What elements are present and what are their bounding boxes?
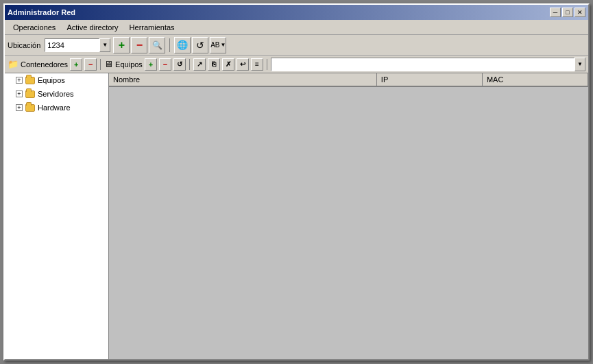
move-button[interactable]: ↗ [193, 58, 206, 71]
equipos-label: Equipos [115, 60, 143, 69]
remove-contenedor-button[interactable]: − [84, 58, 97, 71]
view-button[interactable]: ≡ [251, 58, 263, 71]
refresh-icon: ↺ [196, 40, 204, 51]
search-location-button[interactable]: 🔍 [149, 37, 165, 53]
location-dropdown-arrow[interactable]: ▼ [99, 38, 110, 52]
hardware-folder-icon [25, 102, 36, 113]
network-button[interactable]: 🌐 [174, 37, 191, 53]
title-bar: Administrador Red ─ □ ✕ [5, 5, 588, 20]
col-ip[interactable]: IP [376, 73, 482, 86]
main-window: Administrador Red ─ □ ✕ Operaciones Acti… [3, 3, 590, 361]
minimize-button[interactable]: ─ [550, 8, 561, 17]
servidores-label: Servidores [38, 90, 74, 98]
network-icon: 🌐 [177, 40, 188, 50]
sort-icon: AB▼ [210, 41, 226, 49]
col-mac[interactable]: MAC [482, 73, 588, 86]
computer-icon: 🖥 [104, 59, 113, 69]
location-combo[interactable]: ▼ [45, 38, 110, 52]
tree-item-servidores[interactable]: + Servidores [5, 87, 108, 101]
link-button[interactable]: ↩ [237, 58, 249, 71]
contenedores-label: Contenedores [21, 60, 68, 69]
action-buttons: 🌐 ↺ AB▼ [174, 37, 226, 53]
data-table: Nombre IP MAC [109, 73, 588, 87]
search-icon: 🔍 [152, 40, 162, 50]
copy-button[interactable]: ⎘ [208, 58, 220, 71]
menu-operaciones[interactable]: Operaciones [8, 22, 61, 33]
menu-active-directory[interactable]: Active directory [61, 22, 123, 33]
remove-location-button[interactable]: − [131, 37, 147, 53]
hardware-expander[interactable]: + [16, 104, 23, 111]
secondary-toolbar: 📁 Contenedores + − 🖥 Equipos + − ↺ ↗ ⎘ ✗… [5, 56, 588, 73]
add-contenedor-button[interactable]: + [70, 58, 82, 71]
main-content: + Equipos + Servidores + Hardware [5, 73, 588, 359]
window-title: Administrador Red [8, 8, 75, 16]
toolbar2-sep2 [189, 59, 190, 70]
refresh-equipo-button[interactable]: ↺ [173, 58, 186, 71]
search-dropdown-arrow[interactable]: ▼ [574, 58, 585, 71]
table-panel: Nombre IP MAC [109, 73, 588, 359]
close-button[interactable]: ✕ [574, 8, 585, 17]
hardware-label: Hardware [38, 104, 71, 112]
location-input[interactable] [45, 38, 99, 52]
add-location-button[interactable]: + [113, 37, 130, 53]
refresh-button[interactable]: ↺ [192, 37, 208, 53]
servidores-expander[interactable]: + [16, 90, 23, 97]
tree-item-hardware[interactable]: + Hardware [5, 101, 108, 114]
toolbar-sep1 [169, 38, 170, 52]
servidores-folder-icon [25, 88, 36, 99]
maximize-button[interactable]: □ [562, 8, 573, 17]
window-controls: ─ □ ✕ [550, 8, 585, 17]
search-combo[interactable]: ▼ [271, 58, 585, 71]
equipos-expander[interactable]: + [16, 77, 23, 84]
menu-bar: Operaciones Active directory Herramienta… [5, 20, 588, 35]
plus-icon: + [119, 39, 125, 51]
col-nombre[interactable]: Nombre [109, 73, 376, 86]
add-equipo-button[interactable]: + [145, 58, 157, 71]
minus-icon: − [136, 39, 143, 51]
tree-panel[interactable]: + Equipos + Servidores + Hardware [5, 73, 109, 359]
remove-equipo-button[interactable]: − [159, 58, 171, 71]
equipos-label: Equipos [38, 76, 65, 84]
tree-item-equipos[interactable]: + Equipos [5, 73, 108, 87]
delete-button[interactable]: ✗ [222, 58, 234, 71]
equipos-folder-icon [25, 75, 36, 86]
menu-herramientas[interactable]: Herramientas [124, 22, 180, 33]
search-area: ▼ [271, 58, 585, 71]
toolbar2-sep3 [267, 59, 267, 70]
location-buttons: + − 🔍 [113, 37, 165, 53]
toolbar2-sep1 [100, 59, 101, 70]
main-toolbar: Ubicación ▼ + − 🔍 🌐 ↺ [5, 35, 588, 56]
folder-small-icon: 📁 [8, 59, 19, 69]
location-label: Ubicación [8, 41, 40, 49]
sort-button[interactable]: AB▼ [210, 37, 226, 53]
search-input[interactable] [271, 58, 574, 71]
